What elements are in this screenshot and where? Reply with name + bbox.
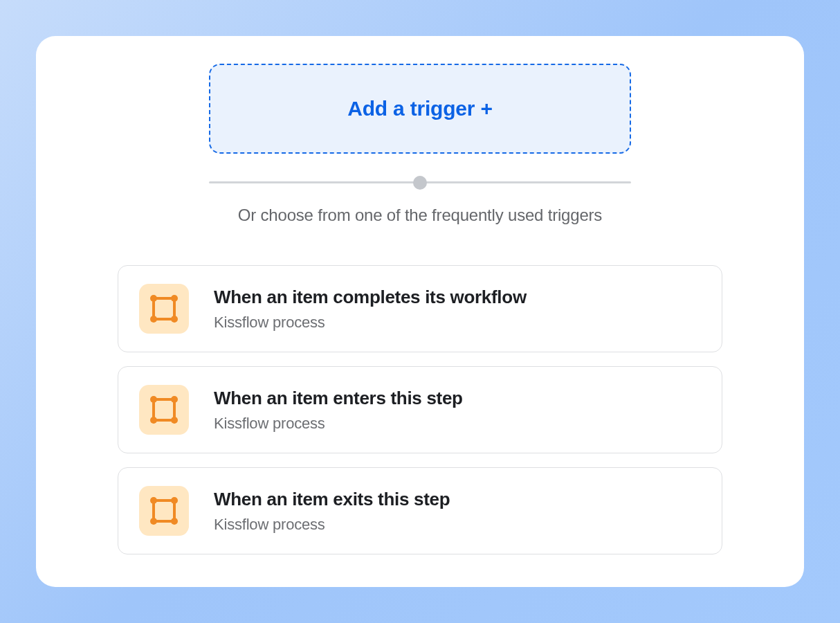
trigger-text: When an item completes its workflow Kiss… xyxy=(214,287,527,332)
svg-point-7 xyxy=(171,396,178,403)
divider-dot xyxy=(413,176,427,190)
trigger-card-item-enters-step[interactable]: When an item enters this step Kissflow p… xyxy=(118,366,722,453)
trigger-text: When an item enters this step Kissflow p… xyxy=(214,388,463,433)
kissflow-process-icon xyxy=(139,385,189,435)
svg-point-9 xyxy=(171,417,178,424)
process-square-icon xyxy=(149,395,179,424)
svg-point-13 xyxy=(150,518,157,525)
svg-point-3 xyxy=(150,316,157,323)
process-square-icon xyxy=(149,496,179,525)
svg-point-8 xyxy=(150,417,157,424)
trigger-title: When an item enters this step xyxy=(214,388,463,409)
divider xyxy=(209,181,631,183)
svg-point-4 xyxy=(171,316,178,323)
svg-point-11 xyxy=(150,497,157,504)
trigger-panel: Add a trigger + Or choose from one of th… xyxy=(36,36,804,587)
add-trigger-button[interactable]: Add a trigger + xyxy=(209,64,631,154)
trigger-text: When an item exits this step Kissflow pr… xyxy=(214,489,450,534)
trigger-list: When an item completes its workflow Kiss… xyxy=(118,265,722,554)
kissflow-process-icon xyxy=(139,486,189,536)
trigger-subtitle: Kissflow process xyxy=(214,516,450,534)
subtitle-text: Or choose from one of the frequently use… xyxy=(238,206,602,225)
svg-rect-0 xyxy=(154,298,174,319)
kissflow-process-icon xyxy=(139,284,189,334)
trigger-title: When an item exits this step xyxy=(214,489,450,510)
process-square-icon xyxy=(149,294,179,323)
svg-point-2 xyxy=(171,295,178,302)
svg-point-1 xyxy=(150,295,157,302)
svg-point-14 xyxy=(171,518,178,525)
trigger-card-item-exits-step[interactable]: When an item exits this step Kissflow pr… xyxy=(118,467,722,554)
svg-rect-5 xyxy=(154,399,174,420)
trigger-card-item-completes-workflow[interactable]: When an item completes its workflow Kiss… xyxy=(118,265,722,352)
svg-point-6 xyxy=(150,396,157,403)
trigger-subtitle: Kissflow process xyxy=(214,415,463,433)
trigger-subtitle: Kissflow process xyxy=(214,314,527,332)
add-trigger-label: Add a trigger + xyxy=(347,97,493,120)
trigger-title: When an item completes its workflow xyxy=(214,287,527,308)
svg-point-12 xyxy=(171,497,178,504)
svg-rect-10 xyxy=(154,500,174,521)
